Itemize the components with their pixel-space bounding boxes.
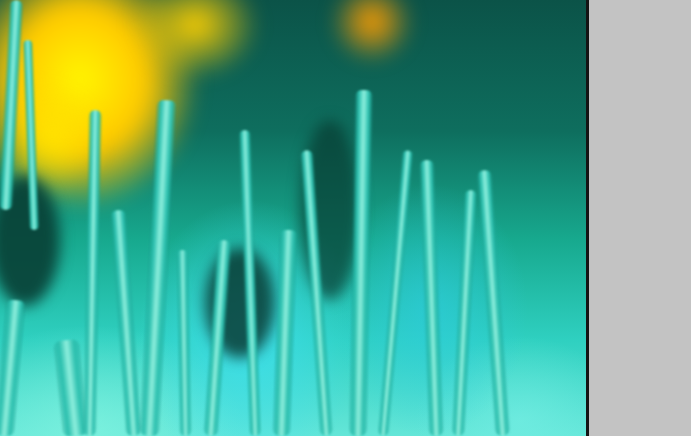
tulip-stem <box>477 170 511 436</box>
tulip-stem <box>110 210 142 436</box>
document-canvas[interactable] <box>0 0 586 436</box>
photoshop-window: 图层× 通道 动作 路径 柔光 不透明度: 60% 锁定: <box>0 0 691 436</box>
tulip-stem <box>452 190 478 436</box>
tulip-stem <box>378 150 414 436</box>
tulip-stem <box>419 160 444 436</box>
canvas-border <box>586 0 589 436</box>
tulip-stem <box>0 299 26 436</box>
tulip-stem <box>349 90 373 436</box>
tulip-stem <box>176 250 191 436</box>
tulip-stem <box>272 230 297 436</box>
yellow-backlight <box>330 0 414 64</box>
